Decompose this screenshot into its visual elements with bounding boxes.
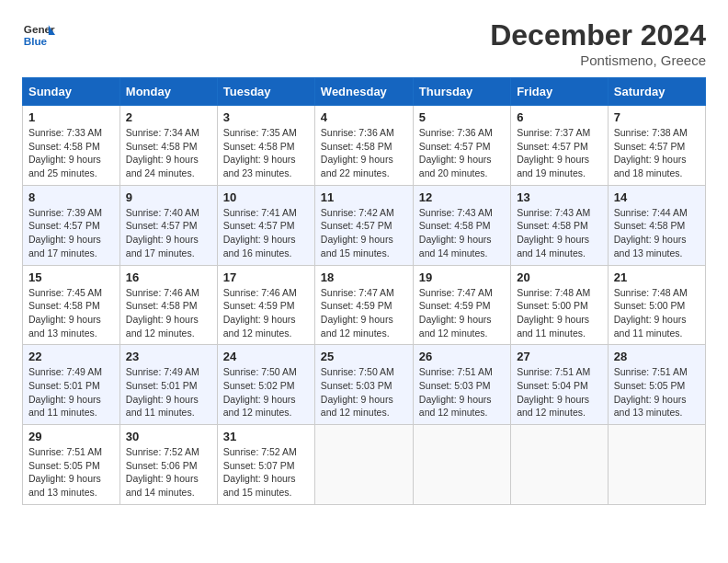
calendar-cell: 3Sunrise: 7:35 AMSunset: 4:58 PMDaylight… bbox=[217, 106, 314, 186]
day-number: 7 bbox=[614, 110, 700, 124]
calendar-week-row: 15Sunrise: 7:45 AMSunset: 4:58 PMDayligh… bbox=[23, 265, 706, 345]
weekday-header-row: SundayMondayTuesdayWednesdayThursdayFrid… bbox=[23, 78, 706, 106]
calendar-cell: 1Sunrise: 7:33 AMSunset: 4:58 PMDaylight… bbox=[23, 106, 120, 186]
day-info: Sunrise: 7:39 AMSunset: 4:57 PMDaylight:… bbox=[28, 206, 114, 260]
calendar-cell: 10Sunrise: 7:41 AMSunset: 4:57 PMDayligh… bbox=[217, 185, 314, 265]
calendar-cell: 6Sunrise: 7:37 AMSunset: 4:57 PMDaylight… bbox=[511, 106, 609, 186]
calendar-cell: 13Sunrise: 7:43 AMSunset: 4:58 PMDayligh… bbox=[511, 185, 609, 265]
day-number: 3 bbox=[223, 110, 309, 124]
calendar-cell: 2Sunrise: 7:34 AMSunset: 4:58 PMDaylight… bbox=[119, 106, 217, 186]
calendar-cell: 5Sunrise: 7:36 AMSunset: 4:57 PMDaylight… bbox=[413, 106, 510, 186]
day-info: Sunrise: 7:51 AMSunset: 5:04 PMDaylight:… bbox=[517, 365, 602, 419]
day-info: Sunrise: 7:42 AMSunset: 4:57 PMDaylight:… bbox=[321, 206, 407, 260]
calendar-cell bbox=[511, 425, 609, 505]
day-info: Sunrise: 7:50 AMSunset: 5:03 PMDaylight:… bbox=[321, 365, 407, 419]
day-number: 24 bbox=[223, 350, 309, 363]
day-number: 28 bbox=[614, 350, 700, 363]
day-number: 5 bbox=[419, 110, 505, 124]
day-info: Sunrise: 7:41 AMSunset: 4:57 PMDaylight:… bbox=[223, 206, 309, 260]
calendar-cell: 15Sunrise: 7:45 AMSunset: 4:58 PMDayligh… bbox=[23, 265, 120, 345]
day-info: Sunrise: 7:35 AMSunset: 4:58 PMDaylight:… bbox=[223, 126, 309, 180]
calendar-cell: 14Sunrise: 7:44 AMSunset: 4:58 PMDayligh… bbox=[608, 185, 705, 265]
day-number: 29 bbox=[28, 430, 114, 443]
day-info: Sunrise: 7:34 AMSunset: 4:58 PMDaylight:… bbox=[126, 126, 211, 180]
weekday-header-monday: Monday bbox=[119, 78, 217, 106]
day-number: 10 bbox=[223, 190, 309, 204]
day-number: 22 bbox=[28, 350, 114, 363]
weekday-header-saturday: Saturday bbox=[608, 78, 705, 106]
calendar-cell: 17Sunrise: 7:46 AMSunset: 4:59 PMDayligh… bbox=[217, 265, 314, 345]
calendar-cell: 4Sunrise: 7:36 AMSunset: 4:58 PMDaylight… bbox=[314, 106, 413, 186]
day-info: Sunrise: 7:46 AMSunset: 4:59 PMDaylight:… bbox=[223, 286, 309, 340]
calendar-week-row: 29Sunrise: 7:51 AMSunset: 5:05 PMDayligh… bbox=[23, 425, 706, 505]
day-number: 20 bbox=[517, 270, 602, 284]
calendar-cell: 30Sunrise: 7:52 AMSunset: 5:06 PMDayligh… bbox=[119, 425, 217, 505]
logo-icon: General Blue bbox=[22, 18, 55, 52]
day-number: 27 bbox=[517, 350, 602, 363]
weekday-header-wednesday: Wednesday bbox=[314, 78, 413, 106]
day-info: Sunrise: 7:43 AMSunset: 4:58 PMDaylight:… bbox=[517, 206, 602, 260]
day-info: Sunrise: 7:49 AMSunset: 5:01 PMDaylight:… bbox=[126, 365, 211, 419]
day-number: 8 bbox=[28, 190, 114, 204]
day-info: Sunrise: 7:49 AMSunset: 5:01 PMDaylight:… bbox=[28, 365, 114, 419]
page-header: General Blue December 2024 Pontismeno, G… bbox=[22, 18, 706, 68]
day-number: 16 bbox=[126, 270, 211, 284]
weekday-header-tuesday: Tuesday bbox=[217, 78, 314, 106]
calendar-cell: 11Sunrise: 7:42 AMSunset: 4:57 PMDayligh… bbox=[314, 185, 413, 265]
day-info: Sunrise: 7:43 AMSunset: 4:58 PMDaylight:… bbox=[419, 206, 505, 260]
day-number: 13 bbox=[517, 190, 602, 204]
day-info: Sunrise: 7:36 AMSunset: 4:58 PMDaylight:… bbox=[321, 126, 407, 180]
day-number: 11 bbox=[321, 190, 407, 204]
day-number: 12 bbox=[419, 190, 505, 204]
day-info: Sunrise: 7:36 AMSunset: 4:57 PMDaylight:… bbox=[419, 126, 505, 180]
calendar-cell: 21Sunrise: 7:48 AMSunset: 5:00 PMDayligh… bbox=[608, 265, 705, 345]
calendar-cell bbox=[413, 425, 510, 505]
calendar-cell: 31Sunrise: 7:52 AMSunset: 5:07 PMDayligh… bbox=[217, 425, 314, 505]
day-number: 1 bbox=[28, 110, 114, 124]
day-number: 26 bbox=[419, 350, 505, 363]
calendar-cell: 23Sunrise: 7:49 AMSunset: 5:01 PMDayligh… bbox=[119, 345, 217, 425]
calendar-cell bbox=[608, 425, 705, 505]
calendar-cell: 20Sunrise: 7:48 AMSunset: 5:00 PMDayligh… bbox=[511, 265, 609, 345]
calendar-cell: 28Sunrise: 7:51 AMSunset: 5:05 PMDayligh… bbox=[608, 345, 705, 425]
day-info: Sunrise: 7:33 AMSunset: 4:58 PMDaylight:… bbox=[28, 126, 114, 180]
day-info: Sunrise: 7:51 AMSunset: 5:05 PMDaylight:… bbox=[614, 365, 700, 419]
day-number: 31 bbox=[223, 430, 309, 443]
calendar-cell: 7Sunrise: 7:38 AMSunset: 4:57 PMDaylight… bbox=[608, 106, 705, 186]
day-info: Sunrise: 7:38 AMSunset: 4:57 PMDaylight:… bbox=[614, 126, 700, 180]
day-number: 18 bbox=[321, 270, 407, 284]
calendar-cell bbox=[314, 425, 413, 505]
day-number: 15 bbox=[28, 270, 114, 284]
day-info: Sunrise: 7:40 AMSunset: 4:57 PMDaylight:… bbox=[126, 206, 211, 260]
day-number: 6 bbox=[517, 110, 602, 124]
day-number: 30 bbox=[126, 430, 211, 443]
calendar-cell: 9Sunrise: 7:40 AMSunset: 4:57 PMDaylight… bbox=[119, 185, 217, 265]
day-number: 17 bbox=[223, 270, 309, 284]
weekday-header-sunday: Sunday bbox=[23, 78, 120, 106]
calendar-cell: 18Sunrise: 7:47 AMSunset: 4:59 PMDayligh… bbox=[314, 265, 413, 345]
day-number: 23 bbox=[126, 350, 211, 363]
day-info: Sunrise: 7:48 AMSunset: 5:00 PMDaylight:… bbox=[614, 286, 700, 340]
day-number: 2 bbox=[126, 110, 211, 124]
day-info: Sunrise: 7:47 AMSunset: 4:59 PMDaylight:… bbox=[321, 286, 407, 340]
day-number: 4 bbox=[321, 110, 407, 124]
day-info: Sunrise: 7:45 AMSunset: 4:58 PMDaylight:… bbox=[28, 286, 114, 340]
day-number: 14 bbox=[614, 190, 700, 204]
day-info: Sunrise: 7:47 AMSunset: 4:59 PMDaylight:… bbox=[419, 286, 505, 340]
calendar-cell: 27Sunrise: 7:51 AMSunset: 5:04 PMDayligh… bbox=[511, 345, 609, 425]
day-info: Sunrise: 7:51 AMSunset: 5:03 PMDaylight:… bbox=[419, 365, 505, 419]
calendar-week-row: 8Sunrise: 7:39 AMSunset: 4:57 PMDaylight… bbox=[23, 185, 706, 265]
day-number: 21 bbox=[614, 270, 700, 284]
day-info: Sunrise: 7:46 AMSunset: 4:58 PMDaylight:… bbox=[126, 286, 211, 340]
month-title: December 2024 bbox=[490, 18, 706, 52]
calendar-cell: 8Sunrise: 7:39 AMSunset: 4:57 PMDaylight… bbox=[23, 185, 120, 265]
day-number: 19 bbox=[419, 270, 505, 284]
calendar-cell: 22Sunrise: 7:49 AMSunset: 5:01 PMDayligh… bbox=[23, 345, 120, 425]
calendar-cell: 24Sunrise: 7:50 AMSunset: 5:02 PMDayligh… bbox=[217, 345, 314, 425]
day-info: Sunrise: 7:52 AMSunset: 5:07 PMDaylight:… bbox=[223, 445, 309, 500]
logo: General Blue bbox=[22, 18, 55, 52]
calendar-cell: 16Sunrise: 7:46 AMSunset: 4:58 PMDayligh… bbox=[119, 265, 217, 345]
calendar-week-row: 1Sunrise: 7:33 AMSunset: 4:58 PMDaylight… bbox=[23, 106, 706, 186]
weekday-header-thursday: Thursday bbox=[413, 78, 510, 106]
day-info: Sunrise: 7:44 AMSunset: 4:58 PMDaylight:… bbox=[614, 206, 700, 260]
